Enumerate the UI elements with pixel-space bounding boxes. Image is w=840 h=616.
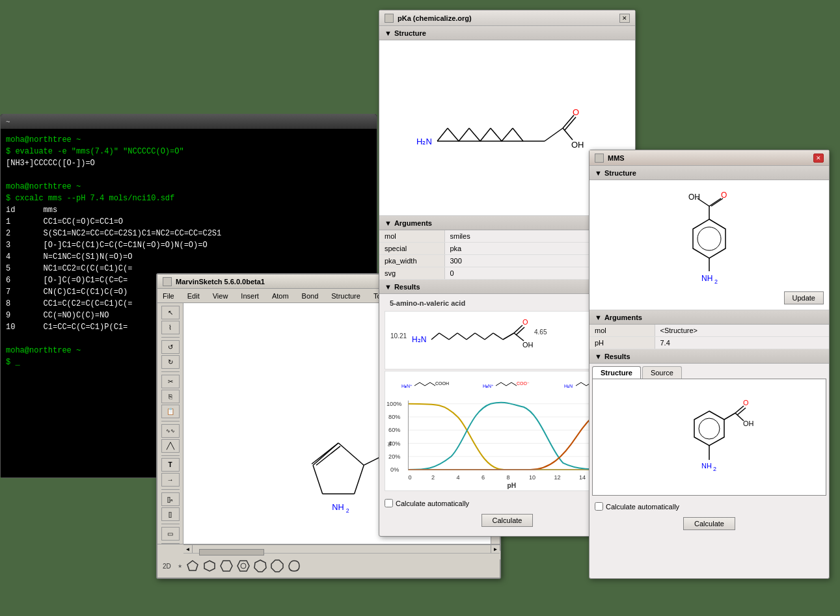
mms-arguments-header[interactable]: ▼ Arguments bbox=[589, 310, 829, 325]
menu-bond[interactable]: Bond bbox=[299, 291, 321, 301]
tab-source[interactable]: Source bbox=[642, 366, 682, 379]
custom-ring-shape[interactable] bbox=[288, 559, 301, 572]
mms-results-header[interactable]: ▼ Results bbox=[589, 349, 829, 364]
svg-line-49 bbox=[475, 333, 485, 340]
term-line: 4 N=C1NC=C(S1)N(=O)=O bbox=[6, 251, 372, 263]
pka-close-button[interactable]: ✕ bbox=[619, 14, 630, 23]
arrow-tool[interactable]: ↖ bbox=[161, 306, 180, 319]
svg-line-47 bbox=[457, 333, 467, 340]
svg-line-5 bbox=[312, 443, 338, 464]
menu-view[interactable]: View bbox=[210, 291, 231, 301]
svg-line-61 bbox=[420, 382, 425, 386]
copy-tool[interactable]: ⎘ bbox=[161, 390, 180, 403]
mms-arg-row-mol: mol <Structure> bbox=[589, 325, 829, 337]
svg-text:COO⁻: COO⁻ bbox=[517, 381, 530, 386]
hexagon-v-shape[interactable] bbox=[203, 559, 216, 572]
arrow-draw-tool[interactable]: → bbox=[161, 473, 180, 487]
svg-text:H₃N⁺: H₃N⁺ bbox=[401, 384, 413, 388]
svg-text:0%: 0% bbox=[390, 466, 399, 473]
calculate-auto-checkbox[interactable] bbox=[385, 499, 393, 507]
svg-line-6 bbox=[316, 446, 340, 465]
pka-results-label: Results bbox=[394, 283, 420, 291]
svg-line-44 bbox=[431, 333, 439, 340]
paste-tool[interactable]: 📋 bbox=[161, 405, 180, 418]
mms-structure-header[interactable]: ▼ Structure bbox=[589, 166, 829, 180]
svg-line-35 bbox=[448, 128, 459, 141]
svg-line-45 bbox=[439, 333, 449, 340]
mms-update-button[interactable]: Update bbox=[784, 291, 824, 304]
cut-tool[interactable]: ✂ bbox=[161, 375, 180, 388]
mms-close-button[interactable]: ✕ bbox=[813, 154, 824, 163]
svg-text:H₂N: H₂N bbox=[564, 384, 573, 388]
benzene-shape[interactable] bbox=[237, 559, 250, 572]
mms-calculate-auto-label: Calculate automatically bbox=[606, 503, 679, 511]
mms-tab-content: O OH NH 2 bbox=[592, 379, 826, 496]
undo-tool[interactable]: ↺ bbox=[161, 340, 180, 354]
svg-marker-21 bbox=[271, 560, 283, 572]
svg-marker-16 bbox=[204, 561, 215, 571]
menu-insert[interactable]: Insert bbox=[238, 291, 262, 301]
mms-arg-val-ph[interactable]: 7.4 bbox=[655, 337, 829, 349]
pka-calculate-button[interactable]: Calculate bbox=[481, 514, 534, 527]
menu-file[interactable]: File bbox=[160, 291, 177, 301]
pka-title: pKa (chemicalize.org) bbox=[398, 14, 472, 22]
mms-calculate-button[interactable]: Calculate bbox=[683, 517, 735, 530]
term-line: moha@northtree ~ bbox=[6, 181, 372, 193]
status-2d: 2D bbox=[163, 563, 171, 570]
svg-text:O: O bbox=[721, 191, 727, 200]
scrollbar-h[interactable]: ◄ ► bbox=[183, 544, 500, 554]
svg-line-51 bbox=[493, 333, 503, 340]
marvin-title: MarvinSketch 5.6.0.0beta1 bbox=[176, 278, 265, 286]
svg-text:OH: OH bbox=[688, 193, 700, 202]
svg-text:8: 8 bbox=[506, 474, 509, 481]
tab-structure[interactable]: Structure bbox=[592, 366, 641, 379]
status-dot: ★ bbox=[178, 563, 182, 569]
svg-text:10: 10 bbox=[529, 474, 535, 481]
svg-text:80%: 80% bbox=[388, 414, 400, 420]
pentagon-shape[interactable] bbox=[186, 559, 199, 572]
svg-text:2: 2 bbox=[714, 278, 718, 285]
scroll-right-btn[interactable]: ► bbox=[491, 545, 500, 553]
cyclooctane-shape[interactable] bbox=[271, 559, 284, 572]
cycloheptane-shape[interactable] bbox=[254, 559, 267, 572]
rect-tool[interactable]: ▭ bbox=[161, 527, 180, 541]
bracket-tool[interactable]: []ₙ bbox=[161, 492, 180, 506]
toolbar-separator bbox=[161, 337, 180, 338]
svg-text:O: O bbox=[573, 107, 579, 117]
menu-structure[interactable]: Structure bbox=[329, 291, 363, 301]
svg-text:60%: 60% bbox=[388, 427, 400, 433]
svg-line-37 bbox=[469, 128, 480, 141]
pka-titlebar: pKa (chemicalize.org) ✕ bbox=[379, 10, 635, 26]
menu-edit[interactable]: Edit bbox=[185, 291, 202, 301]
svg-text:NH: NH bbox=[701, 462, 712, 470]
mms-window: MMS ✕ ▼ Structure O OH NH 2 Update bbox=[589, 150, 830, 579]
term-line: $ evaluate -e "mms(7.4)" "NCCCCC(O)=O" bbox=[6, 146, 372, 157]
single-bracket-tool[interactable]: [] bbox=[161, 507, 180, 521]
mms-arg-key-ph: pH bbox=[589, 337, 655, 349]
text-tool[interactable]: T bbox=[161, 458, 180, 472]
hexagon-shape[interactable] bbox=[220, 559, 233, 572]
bond-tool[interactable]: ∿∿ bbox=[161, 424, 180, 438]
svg-text:OH: OH bbox=[571, 140, 584, 150]
mms-arguments-label: Arguments bbox=[604, 314, 642, 321]
svg-point-102 bbox=[698, 227, 721, 250]
lasso-tool[interactable]: ⌇ bbox=[161, 321, 180, 334]
triangle-icon: ▼ bbox=[595, 169, 602, 177]
chain-tool[interactable]: ╱╲ bbox=[161, 439, 180, 453]
svg-text:2: 2 bbox=[431, 474, 435, 481]
svg-text:%: % bbox=[386, 441, 393, 446]
mms-calculate-auto-checkbox[interactable] bbox=[595, 502, 603, 511]
scroll-left-btn[interactable]: ◄ bbox=[183, 545, 193, 553]
svg-marker-17 bbox=[221, 561, 232, 571]
svg-line-63 bbox=[430, 382, 435, 386]
term-line: 2 S(SC1=NC2=CC=CC=C2S1)C1=NC2=CC=CC=C2S1 bbox=[6, 228, 372, 239]
arg-key-pka-width: pka_width bbox=[379, 255, 444, 267]
menu-atom[interactable]: Atom bbox=[269, 291, 291, 301]
marvin-icon bbox=[163, 277, 172, 286]
redo-tool[interactable]: ↻ bbox=[161, 355, 180, 369]
svg-point-113 bbox=[699, 418, 720, 439]
pka-structure-header[interactable]: ▼ Structure bbox=[379, 26, 635, 40]
svg-text:pH: pH bbox=[508, 482, 517, 489]
mms-arg-val-mol[interactable]: <Structure> bbox=[655, 325, 829, 337]
svg-marker-20 bbox=[254, 560, 266, 572]
